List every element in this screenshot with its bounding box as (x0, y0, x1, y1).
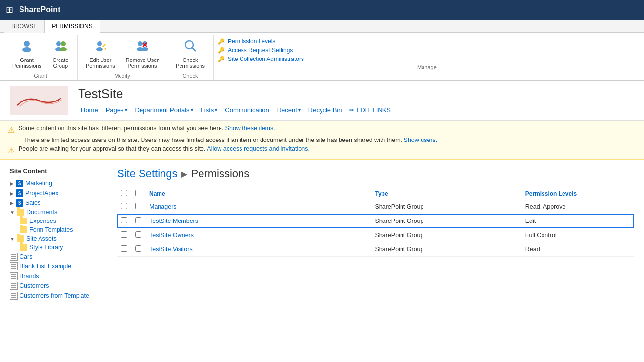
sidebar-item-marketing[interactable]: ▶ S Marketing (10, 179, 107, 188)
site-nav: Home Pages ▾ Department Portals ▾ Lists … (78, 105, 394, 115)
brands-list-icon (10, 272, 18, 280)
site-logo (10, 86, 68, 115)
sidebar-item-form-templates[interactable]: Form Templates (20, 225, 107, 234)
tab-browse[interactable]: BROWSE (4, 20, 44, 33)
show-users-link[interactable]: Show users. (404, 137, 438, 143)
customers-from-template-list-icon (10, 292, 18, 300)
permission-levels-link[interactable]: 🔑 Permission Levels (218, 38, 636, 45)
nav-pages-label: Pages (106, 106, 124, 114)
nav-recent[interactable]: Recent ▾ (274, 105, 303, 115)
row-inner-checkbox-cell (131, 200, 145, 214)
remove-user-permissions-button[interactable]: Remove UserPermissions (121, 37, 163, 71)
documents-folder-icon (17, 209, 24, 216)
row-type-cell: SharePoint Group (371, 200, 521, 214)
sidebar-item-expenses[interactable]: Expenses (20, 217, 107, 225)
grant-permissions-icon: + (20, 39, 34, 56)
svg-point-8 (96, 47, 103, 51)
nav-communication[interactable]: Communication (222, 105, 272, 115)
create-group-button[interactable]: CreateGroup (48, 37, 73, 71)
svg-point-14 (141, 47, 148, 51)
edit-user-permissions-button[interactable]: Edit UserPermissions (81, 37, 120, 71)
row-permission-levels-cell: Read, Approve (522, 200, 634, 214)
sidebar-item-documents[interactable]: ▼ Documents (10, 208, 107, 217)
row-name-link[interactable]: Managers (149, 203, 177, 210)
grant-permissions-button[interactable]: + GrantPermissions (8, 37, 46, 71)
svg-point-17 (185, 41, 193, 49)
site-assets-expand-icon: ▼ (10, 236, 15, 241)
waffle-icon[interactable]: ⊞ (6, 4, 13, 15)
edit-links-button[interactable]: ✏ EDIT LINKS (346, 105, 394, 115)
ribbon-manage-label: Manage (218, 63, 636, 72)
row-outer-checkbox[interactable] (121, 217, 127, 223)
access-requests-link[interactable]: Allow access requests and invitations. (207, 145, 310, 152)
header-name[interactable]: Name (145, 188, 371, 200)
row-outer-checkbox-cell (117, 214, 131, 228)
ribbon-grant-label: Grant (8, 71, 73, 80)
sidebar-item-sales[interactable]: ▶ S Sales (10, 198, 107, 208)
sidebar-sub-documents: Expenses Form Templates (10, 217, 107, 234)
nav-recycle-bin[interactable]: Recycle Bin (305, 105, 345, 115)
sidebar-item-site-assets[interactable]: ▼ Site Assets (10, 234, 107, 243)
row-inner-checkbox[interactable] (135, 231, 141, 238)
tab-permissions[interactable]: PERMISSIONS (44, 20, 100, 33)
row-name-cell: Managers (145, 200, 371, 214)
row-outer-checkbox[interactable] (121, 203, 127, 209)
sidebar-item-blank-list-example[interactable]: Blank List Example (10, 261, 107, 271)
select-all-outer-checkbox[interactable] (121, 190, 127, 196)
warning-icon-1: ⚠ (8, 125, 15, 135)
row-inner-checkbox-cell (131, 242, 145, 257)
row-inner-checkbox[interactable] (135, 245, 141, 252)
ribbon-content: + GrantPermissions CreateGroup (0, 33, 644, 80)
row-name-link[interactable]: TestSite Visitors (149, 246, 193, 253)
site-collection-administrators-link[interactable]: 🔑 Site Collection Administrators (218, 55, 636, 63)
row-inner-checkbox[interactable] (135, 217, 141, 223)
sidebar-item-customers[interactable]: Customers (10, 281, 107, 291)
svg-point-1 (22, 47, 31, 52)
create-group-icon (54, 39, 67, 56)
select-all-inner-checkbox[interactable] (135, 190, 141, 196)
nav-lists[interactable]: Lists ▾ (198, 105, 221, 115)
row-name-link[interactable]: TestSite Owners (149, 232, 194, 239)
documents-expand-icon: ▼ (10, 210, 15, 215)
warning-banner: ⚠ Some content on this site has differen… (0, 121, 644, 160)
sidebar-label-documents: Documents (26, 209, 57, 216)
nav-pages[interactable]: Pages ▾ (103, 105, 130, 115)
marketing-s-icon: S (16, 180, 23, 187)
breadcrumb-current: Permissions (191, 167, 250, 180)
row-outer-checkbox[interactable] (121, 245, 127, 252)
header-checkbox-outer (117, 188, 131, 200)
table-row: TestSite OwnersSharePoint GroupFull Cont… (117, 228, 634, 242)
ribbon: BROWSE PERMISSIONS + GrantPermissions (0, 20, 644, 81)
row-permission-levels-cell: Read (522, 242, 634, 257)
warning-text-2: There are limited access users on this s… (23, 137, 437, 143)
nav-lists-label: Lists (201, 106, 214, 114)
row-outer-checkbox-cell (117, 200, 131, 214)
sales-s-icon: S (16, 199, 23, 207)
sidebar-item-style-library[interactable]: Style Library (20, 243, 107, 252)
svg-point-13 (142, 41, 147, 46)
access-request-settings-link[interactable]: 🔑 Access Request Settings (218, 46, 636, 54)
site-name-nav: TestSite Home Pages ▾ Department Portals… (78, 86, 394, 115)
expand-icon: ▶ (10, 191, 14, 196)
nav-home[interactable]: Home (78, 105, 101, 115)
breadcrumb-site-settings[interactable]: Site Settings (117, 167, 178, 180)
table-row: ManagersSharePoint GroupRead, Approve (117, 200, 634, 214)
sidebar-label-brands: Brands (20, 273, 39, 280)
nav-department-portals-label: Department Portals (135, 106, 190, 114)
row-outer-checkbox[interactable] (121, 231, 127, 238)
nav-department-portals[interactable]: Department Portals ▾ (132, 105, 196, 115)
check-permissions-button[interactable]: CheckPermissions (171, 37, 209, 71)
sidebar-label-expenses: Expenses (29, 218, 56, 224)
sidebar-item-brands[interactable]: Brands (10, 271, 107, 281)
sidebar-item-customers-from-template[interactable]: Customers from Template (10, 291, 107, 301)
row-name-link[interactable]: TestSite Members (149, 218, 198, 224)
permission-levels-icon: 🔑 (218, 38, 225, 45)
breadcrumb-separator-icon: ▶ (181, 169, 187, 179)
pencil-icon: ✏ (349, 107, 354, 114)
sidebar-item-projectapex[interactable]: ▶ S ProjectApex (10, 188, 107, 198)
sidebar-item-cars[interactable]: Cars (10, 252, 107, 261)
access-request-icon: 🔑 (218, 47, 225, 54)
row-inner-checkbox[interactable] (135, 203, 141, 209)
show-items-link[interactable]: Show these items. (225, 125, 275, 132)
svg-point-11 (138, 41, 142, 46)
